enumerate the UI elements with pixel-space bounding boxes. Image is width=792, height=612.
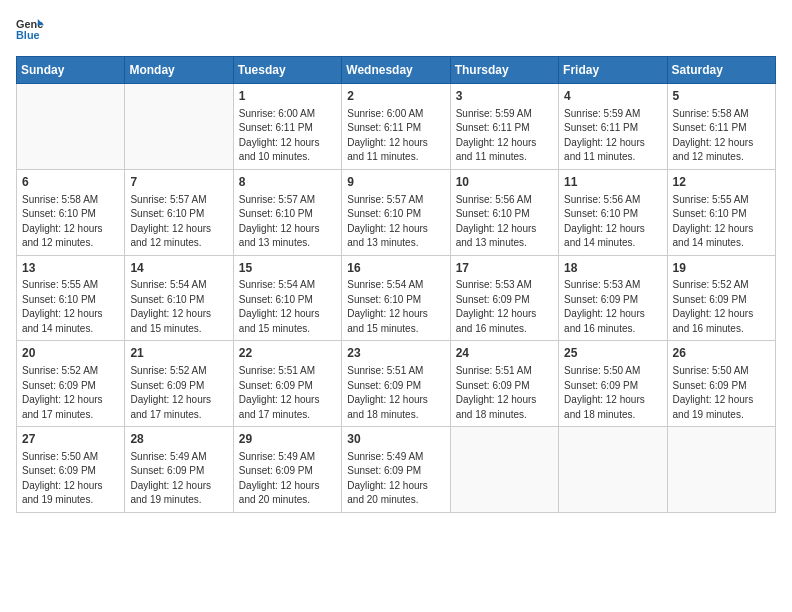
week-row-2: 6Sunrise: 5:58 AM Sunset: 6:10 PM Daylig… [17, 169, 776, 255]
calendar-cell: 25Sunrise: 5:50 AM Sunset: 6:09 PM Dayli… [559, 341, 667, 427]
day-number: 7 [130, 174, 227, 191]
day-number: 28 [130, 431, 227, 448]
calendar-cell: 26Sunrise: 5:50 AM Sunset: 6:09 PM Dayli… [667, 341, 775, 427]
cell-info: Sunrise: 5:49 AM Sunset: 6:09 PM Dayligh… [347, 450, 444, 508]
page-header: General Blue [16, 16, 776, 44]
cell-info: Sunrise: 5:50 AM Sunset: 6:09 PM Dayligh… [564, 364, 661, 422]
calendar-cell: 16Sunrise: 5:54 AM Sunset: 6:10 PM Dayli… [342, 255, 450, 341]
cell-info: Sunrise: 5:54 AM Sunset: 6:10 PM Dayligh… [239, 278, 336, 336]
calendar-cell: 5Sunrise: 5:58 AM Sunset: 6:11 PM Daylig… [667, 84, 775, 170]
calendar-cell: 12Sunrise: 5:55 AM Sunset: 6:10 PM Dayli… [667, 169, 775, 255]
calendar-cell: 24Sunrise: 5:51 AM Sunset: 6:09 PM Dayli… [450, 341, 558, 427]
day-number: 4 [564, 88, 661, 105]
logo-icon: General Blue [16, 16, 44, 44]
calendar-header-row: SundayMondayTuesdayWednesdayThursdayFrid… [17, 57, 776, 84]
calendar-cell: 15Sunrise: 5:54 AM Sunset: 6:10 PM Dayli… [233, 255, 341, 341]
week-row-4: 20Sunrise: 5:52 AM Sunset: 6:09 PM Dayli… [17, 341, 776, 427]
cell-info: Sunrise: 5:58 AM Sunset: 6:10 PM Dayligh… [22, 193, 119, 251]
day-number: 24 [456, 345, 553, 362]
cell-info: Sunrise: 5:49 AM Sunset: 6:09 PM Dayligh… [239, 450, 336, 508]
calendar-cell: 23Sunrise: 5:51 AM Sunset: 6:09 PM Dayli… [342, 341, 450, 427]
day-number: 12 [673, 174, 770, 191]
cell-info: Sunrise: 5:57 AM Sunset: 6:10 PM Dayligh… [130, 193, 227, 251]
cell-info: Sunrise: 5:54 AM Sunset: 6:10 PM Dayligh… [130, 278, 227, 336]
day-number: 23 [347, 345, 444, 362]
calendar-cell: 9Sunrise: 5:57 AM Sunset: 6:10 PM Daylig… [342, 169, 450, 255]
header-wednesday: Wednesday [342, 57, 450, 84]
cell-info: Sunrise: 5:52 AM Sunset: 6:09 PM Dayligh… [130, 364, 227, 422]
calendar-cell: 28Sunrise: 5:49 AM Sunset: 6:09 PM Dayli… [125, 427, 233, 513]
calendar-cell: 17Sunrise: 5:53 AM Sunset: 6:09 PM Dayli… [450, 255, 558, 341]
calendar-cell: 2Sunrise: 6:00 AM Sunset: 6:11 PM Daylig… [342, 84, 450, 170]
cell-info: Sunrise: 5:54 AM Sunset: 6:10 PM Dayligh… [347, 278, 444, 336]
day-number: 16 [347, 260, 444, 277]
day-number: 9 [347, 174, 444, 191]
week-row-5: 27Sunrise: 5:50 AM Sunset: 6:09 PM Dayli… [17, 427, 776, 513]
cell-info: Sunrise: 5:58 AM Sunset: 6:11 PM Dayligh… [673, 107, 770, 165]
day-number: 27 [22, 431, 119, 448]
day-number: 6 [22, 174, 119, 191]
day-number: 13 [22, 260, 119, 277]
svg-text:Blue: Blue [16, 29, 40, 41]
day-number: 14 [130, 260, 227, 277]
day-number: 10 [456, 174, 553, 191]
cell-info: Sunrise: 5:51 AM Sunset: 6:09 PM Dayligh… [347, 364, 444, 422]
calendar-cell: 8Sunrise: 5:57 AM Sunset: 6:10 PM Daylig… [233, 169, 341, 255]
calendar-cell: 1Sunrise: 6:00 AM Sunset: 6:11 PM Daylig… [233, 84, 341, 170]
day-number: 1 [239, 88, 336, 105]
day-number: 15 [239, 260, 336, 277]
cell-info: Sunrise: 5:56 AM Sunset: 6:10 PM Dayligh… [456, 193, 553, 251]
header-sunday: Sunday [17, 57, 125, 84]
cell-info: Sunrise: 5:56 AM Sunset: 6:10 PM Dayligh… [564, 193, 661, 251]
day-number: 2 [347, 88, 444, 105]
calendar-cell: 10Sunrise: 5:56 AM Sunset: 6:10 PM Dayli… [450, 169, 558, 255]
header-thursday: Thursday [450, 57, 558, 84]
cell-info: Sunrise: 5:57 AM Sunset: 6:10 PM Dayligh… [239, 193, 336, 251]
cell-info: Sunrise: 5:59 AM Sunset: 6:11 PM Dayligh… [564, 107, 661, 165]
cell-info: Sunrise: 6:00 AM Sunset: 6:11 PM Dayligh… [347, 107, 444, 165]
day-number: 18 [564, 260, 661, 277]
calendar-cell: 13Sunrise: 5:55 AM Sunset: 6:10 PM Dayli… [17, 255, 125, 341]
week-row-3: 13Sunrise: 5:55 AM Sunset: 6:10 PM Dayli… [17, 255, 776, 341]
calendar-cell [559, 427, 667, 513]
calendar-cell: 30Sunrise: 5:49 AM Sunset: 6:09 PM Dayli… [342, 427, 450, 513]
day-number: 21 [130, 345, 227, 362]
calendar-cell: 18Sunrise: 5:53 AM Sunset: 6:09 PM Dayli… [559, 255, 667, 341]
day-number: 3 [456, 88, 553, 105]
day-number: 17 [456, 260, 553, 277]
day-number: 25 [564, 345, 661, 362]
cell-info: Sunrise: 5:53 AM Sunset: 6:09 PM Dayligh… [564, 278, 661, 336]
calendar-cell: 22Sunrise: 5:51 AM Sunset: 6:09 PM Dayli… [233, 341, 341, 427]
calendar-cell [125, 84, 233, 170]
day-number: 30 [347, 431, 444, 448]
cell-info: Sunrise: 5:52 AM Sunset: 6:09 PM Dayligh… [673, 278, 770, 336]
calendar-cell: 21Sunrise: 5:52 AM Sunset: 6:09 PM Dayli… [125, 341, 233, 427]
cell-info: Sunrise: 5:49 AM Sunset: 6:09 PM Dayligh… [130, 450, 227, 508]
cell-info: Sunrise: 6:00 AM Sunset: 6:11 PM Dayligh… [239, 107, 336, 165]
calendar-cell: 27Sunrise: 5:50 AM Sunset: 6:09 PM Dayli… [17, 427, 125, 513]
calendar-cell [450, 427, 558, 513]
calendar-body: 1Sunrise: 6:00 AM Sunset: 6:11 PM Daylig… [17, 84, 776, 513]
calendar-cell: 19Sunrise: 5:52 AM Sunset: 6:09 PM Dayli… [667, 255, 775, 341]
cell-info: Sunrise: 5:59 AM Sunset: 6:11 PM Dayligh… [456, 107, 553, 165]
cell-info: Sunrise: 5:50 AM Sunset: 6:09 PM Dayligh… [673, 364, 770, 422]
week-row-1: 1Sunrise: 6:00 AM Sunset: 6:11 PM Daylig… [17, 84, 776, 170]
cell-info: Sunrise: 5:57 AM Sunset: 6:10 PM Dayligh… [347, 193, 444, 251]
day-number: 19 [673, 260, 770, 277]
day-number: 5 [673, 88, 770, 105]
cell-info: Sunrise: 5:55 AM Sunset: 6:10 PM Dayligh… [673, 193, 770, 251]
day-number: 26 [673, 345, 770, 362]
calendar-cell: 6Sunrise: 5:58 AM Sunset: 6:10 PM Daylig… [17, 169, 125, 255]
cell-info: Sunrise: 5:53 AM Sunset: 6:09 PM Dayligh… [456, 278, 553, 336]
day-number: 20 [22, 345, 119, 362]
calendar-cell: 4Sunrise: 5:59 AM Sunset: 6:11 PM Daylig… [559, 84, 667, 170]
cell-info: Sunrise: 5:52 AM Sunset: 6:09 PM Dayligh… [22, 364, 119, 422]
calendar-cell [17, 84, 125, 170]
day-number: 22 [239, 345, 336, 362]
cell-info: Sunrise: 5:50 AM Sunset: 6:09 PM Dayligh… [22, 450, 119, 508]
cell-info: Sunrise: 5:55 AM Sunset: 6:10 PM Dayligh… [22, 278, 119, 336]
calendar-cell: 11Sunrise: 5:56 AM Sunset: 6:10 PM Dayli… [559, 169, 667, 255]
day-number: 29 [239, 431, 336, 448]
header-saturday: Saturday [667, 57, 775, 84]
header-tuesday: Tuesday [233, 57, 341, 84]
